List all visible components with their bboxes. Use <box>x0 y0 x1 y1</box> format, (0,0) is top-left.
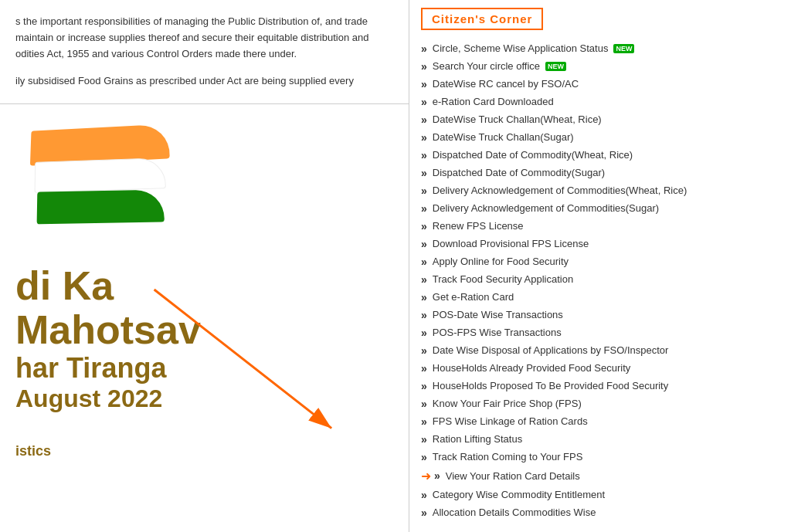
bullet-icon: » <box>421 291 427 303</box>
menu-item-know-fps[interactable]: »Know Your Fair Price Shop (FPS) <box>421 395 779 412</box>
bullet-icon: » <box>421 273 427 286</box>
menu-link-datewise-truck-wheat[interactable]: DateWise Truck Challan(Wheat, Rice) <box>433 114 602 125</box>
menu-item-renew-fps[interactable]: »Renew FPS License <box>421 217 779 235</box>
menu-link-delivery-ack-wheat[interactable]: Delivery Acknowledgement of Commodities(… <box>433 185 687 196</box>
right-panel[interactable]: Citizen's Corner »Circle, Scheme Wise Ap… <box>409 0 791 532</box>
bullet-icon: » <box>421 256 427 268</box>
menu-link-dispatched-commodity-wheat[interactable]: Dispatched Date of Commodity(Wheat, Rice… <box>433 149 633 161</box>
menu-item-ration-lifting[interactable]: »Ration Lifting Status <box>421 430 779 448</box>
bullet-icon: » <box>421 131 427 144</box>
menu-link-fps-linkage[interactable]: FPS Wise Linkage of Ration Cards <box>433 415 588 427</box>
menu-item-eration-card-downloaded[interactable]: »e-Ration Card Downloaded <box>421 93 779 110</box>
menu-item-households-provided[interactable]: »HouseHolds Already Provided Food Securi… <box>421 359 779 377</box>
overlay-text: di Ka Mahotsav har Tiranga August 2022 <box>15 264 201 413</box>
bullet-icon: » <box>421 309 427 321</box>
menu-item-get-eration[interactable]: »Get e-Ration Card <box>421 288 779 306</box>
bullet-icon: » <box>421 380 427 392</box>
menu-item-allocation-details[interactable]: »Allocation Details Commodities Wise <box>421 503 779 521</box>
bullet-icon: » <box>421 507 427 519</box>
menu-item-datewise-truck-sugar[interactable]: »DateWise Truck Challan(Sugar) <box>421 128 779 146</box>
flag-green <box>37 190 165 225</box>
menu-item-delivery-ack-wheat[interactable]: »Delivery Acknowledgement of Commodities… <box>421 181 779 199</box>
menu-item-circle-scheme-wise[interactable]: »Circle, Scheme Wise Application StatusN… <box>421 39 779 57</box>
left-panel: s the important responsibilities of mana… <box>0 0 409 532</box>
bullet-icon: » <box>421 238 427 250</box>
menu-item-delivery-ack-sugar[interactable]: »Delivery Acknowledgement of Commodities… <box>421 199 779 217</box>
bullet-icon: » <box>421 415 427 428</box>
bullet-icon: » <box>421 220 427 232</box>
menu-link-circle-scheme-wise[interactable]: Circle, Scheme Wise Application Status <box>433 42 609 54</box>
menu-item-apply-food-security[interactable]: »Apply Online for Food Security <box>421 252 779 270</box>
bullet-icon: » <box>434 469 440 482</box>
menu-link-allocation-details[interactable]: Allocation Details Commodities Wise <box>433 507 596 518</box>
menu-item-datewise-disposal[interactable]: »Date Wise Disposal of Applications by F… <box>421 341 779 359</box>
arrow-indicator-icon: ➜ <box>421 469 431 483</box>
menu-link-ration-lifting[interactable]: Ration Lifting Status <box>433 433 522 445</box>
menu-link-datewise-truck-sugar[interactable]: DateWise Truck Challan(Sugar) <box>433 131 574 143</box>
menu-link-eration-card-downloaded[interactable]: e-Ration Card Downloaded <box>433 96 554 107</box>
bullet-icon: » <box>421 344 427 357</box>
bullet-icon: » <box>421 362 427 374</box>
bullet-icon: » <box>421 489 427 501</box>
menu-item-track-ration[interactable]: »Track Ration Coming to Your FPS <box>421 448 779 466</box>
menu-link-datewise-rc-cancel[interactable]: DateWise RC cancel by FSO/AC <box>433 78 579 90</box>
menu-link-delivery-ack-sugar[interactable]: Delivery Acknowledgement of Commodities(… <box>433 202 659 214</box>
bullet-icon: » <box>421 42 427 55</box>
menu-link-track-ration[interactable]: Track Ration Coming to Your FPS <box>433 451 583 463</box>
bullet-icon: » <box>421 149 427 161</box>
menu-item-download-provisional-fps[interactable]: »Download Provisional FPS License <box>421 235 779 252</box>
menu-link-datewise-disposal[interactable]: Date Wise Disposal of Applications by FS… <box>433 344 669 356</box>
overlay-line3: har Tiranga <box>15 352 201 385</box>
new-badge-search-circle-office: NEW <box>545 62 566 71</box>
menu-item-datewise-truck-wheat[interactable]: »DateWise Truck Challan(Wheat, Rice) <box>421 110 779 128</box>
bullet-icon: » <box>421 202 427 215</box>
menu-link-households-proposed[interactable]: HouseHolds Proposed To Be Provided Food … <box>433 380 668 391</box>
bullet-icon: » <box>421 96 427 108</box>
bottom-label: istics <box>15 443 51 459</box>
menu-item-search-circle-office[interactable]: »Search Your circle officeNEW <box>421 57 779 75</box>
image-section: di Ka Mahotsav har Tiranga August 2022 i… <box>0 104 409 475</box>
menu-link-view-ration-card[interactable]: View Your Ration Card Details <box>446 470 580 482</box>
bullet-icon: » <box>421 433 427 446</box>
menu-item-view-ration-card[interactable]: ➜»View Your Ration Card Details <box>421 466 779 486</box>
bullet-icon: » <box>421 114 427 126</box>
flag-container <box>23 127 178 228</box>
bullet-icon: » <box>421 78 427 90</box>
text-section: s the important responsibilities of mana… <box>0 0 409 104</box>
menu-link-pos-fps-wise[interactable]: POS-FPS Wise Transactions <box>433 327 562 338</box>
menu-item-pos-fps-wise[interactable]: »POS-FPS Wise Transactions <box>421 324 779 341</box>
menu-item-fps-linkage[interactable]: »FPS Wise Linkage of Ration Cards <box>421 412 779 430</box>
menu-link-apply-food-security[interactable]: Apply Online for Food Security <box>433 256 569 267</box>
menu-link-get-eration[interactable]: Get e-Ration Card <box>433 291 514 303</box>
new-badge-circle-scheme-wise: NEW <box>613 44 634 53</box>
bullet-icon: » <box>421 185 427 197</box>
menu-link-category-commodity[interactable]: Category Wise Commodity Entitlement <box>433 489 605 500</box>
menu-item-track-food-security[interactable]: »Track Food Security Application <box>421 270 779 288</box>
citizens-corner-title: Citizen's Corner <box>421 8 543 30</box>
menu-link-know-fps[interactable]: Know Your Fair Price Shop (FPS) <box>433 398 582 409</box>
menu-link-download-provisional-fps[interactable]: Download Provisional FPS License <box>433 238 589 249</box>
menu-link-search-circle-office[interactable]: Search Your circle office <box>433 60 540 72</box>
flag-white <box>35 158 167 193</box>
menu-item-dispatched-commodity-wheat[interactable]: »Dispatched Date of Commodity(Wheat, Ric… <box>421 146 779 164</box>
menu-link-households-provided[interactable]: HouseHolds Already Provided Food Securit… <box>433 362 631 374</box>
menu-link-track-food-security[interactable]: Track Food Security Application <box>433 273 573 285</box>
paragraph1: s the important responsibilities of mana… <box>15 14 393 62</box>
bullet-icon: » <box>421 327 427 339</box>
overlay-line4: August 2022 <box>15 385 201 413</box>
overlay-line2: Mahotsav <box>15 308 201 352</box>
menu-link-dispatched-commodity-sugar[interactable]: Dispatched Date of Commodity(Sugar) <box>433 167 605 178</box>
bullet-icon: » <box>421 398 427 410</box>
menu-item-pos-datewise[interactable]: »POS-Date Wise Transactions <box>421 306 779 324</box>
overlay-line1: di Ka <box>15 264 201 308</box>
menu-list: »Circle, Scheme Wise Application StatusN… <box>421 39 779 521</box>
menu-item-category-commodity[interactable]: »Category Wise Commodity Entitlement <box>421 486 779 503</box>
paragraph2: ily subsidised Food Grains as prescribed… <box>15 73 393 90</box>
bullet-icon: » <box>421 60 427 73</box>
bullet-icon: » <box>421 167 427 179</box>
menu-link-renew-fps[interactable]: Renew FPS License <box>433 220 524 232</box>
menu-item-datewise-rc-cancel[interactable]: »DateWise RC cancel by FSO/AC <box>421 75 779 93</box>
menu-item-dispatched-commodity-sugar[interactable]: »Dispatched Date of Commodity(Sugar) <box>421 164 779 181</box>
menu-link-pos-datewise[interactable]: POS-Date Wise Transactions <box>433 309 563 320</box>
menu-item-households-proposed[interactable]: »HouseHolds Proposed To Be Provided Food… <box>421 377 779 395</box>
